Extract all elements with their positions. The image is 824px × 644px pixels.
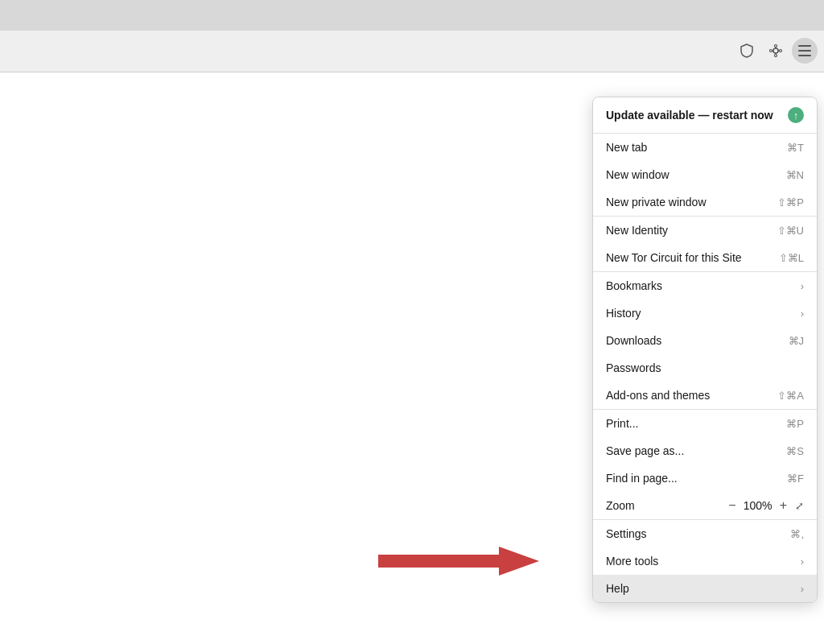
update-section: Update available — restart now ↑ <box>593 97 817 134</box>
passwords-label: Passwords <box>606 361 661 374</box>
help-label: Help <box>606 582 629 595</box>
new-tor-circuit-item[interactable]: New Tor Circuit for this Site ⇧⌘L <box>593 244 817 271</box>
save-page-item[interactable]: Save page as... ⌘S <box>593 437 817 464</box>
svg-marker-12 <box>378 547 539 576</box>
new-tab-label: New tab <box>606 141 647 154</box>
print-label: Print... <box>606 417 638 430</box>
new-window-section: New tab ⌘T New window ⌘N New private win… <box>593 134 817 217</box>
svg-rect-10 <box>798 50 811 52</box>
passwords-item[interactable]: Passwords <box>593 354 817 382</box>
new-tor-circuit-shortcut: ⇧⌘L <box>779 252 804 264</box>
print-shortcut: ⌘P <box>786 418 804 430</box>
history-chevron-icon: › <box>801 308 804 320</box>
bookmarks-item[interactable]: Bookmarks › <box>593 272 817 299</box>
svg-rect-9 <box>798 45 811 47</box>
help-item[interactable]: Help › <box>593 575 817 602</box>
new-private-window-shortcut: ⇧⌘P <box>777 196 804 208</box>
history-item[interactable]: History › <box>593 299 817 327</box>
addons-shortcut: ⇧⌘A <box>777 390 804 402</box>
new-tor-circuit-label: New Tor Circuit for this Site <box>606 251 742 264</box>
help-chevron-icon: › <box>801 583 804 595</box>
downloads-shortcut: ⌘J <box>789 335 805 347</box>
bookmarks-label: Bookmarks <box>606 279 662 292</box>
new-window-item[interactable]: New window ⌘N <box>593 161 817 188</box>
zoom-item: Zoom − 100% + ⤢ <box>593 492 817 519</box>
new-tab-item[interactable]: New tab ⌘T <box>593 134 817 161</box>
zoom-controls: − 100% + ⤢ <box>725 499 804 512</box>
new-identity-shortcut: ⇧⌘U <box>777 225 804 237</box>
settings-shortcut: ⌘, <box>790 528 804 540</box>
settings-section: Settings ⌘, More tools › Help › <box>593 520 817 602</box>
new-tab-shortcut: ⌘T <box>787 142 804 154</box>
find-in-page-label: Find in page... <box>606 472 678 485</box>
new-identity-item[interactable]: New Identity ⇧⌘U <box>593 217 817 244</box>
tab-bar <box>0 0 824 31</box>
zoom-out-button[interactable]: − <box>725 499 739 512</box>
settings-item[interactable]: Settings ⌘, <box>593 520 817 547</box>
circuit-button[interactable] <box>763 38 789 64</box>
browser-chrome <box>0 0 824 72</box>
save-page-label: Save page as... <box>606 444 684 457</box>
update-icon: ↑ <box>788 107 804 123</box>
svg-point-4 <box>780 50 782 52</box>
more-tools-chevron-icon: › <box>801 555 804 568</box>
zoom-label: Zoom <box>606 499 635 512</box>
find-in-page-item[interactable]: Find in page... ⌘F <box>593 464 817 492</box>
browser-menu-dropdown: Update available — restart now ↑ New tab… <box>592 97 818 603</box>
update-banner-item[interactable]: Update available — restart now ↑ <box>593 97 817 133</box>
more-tools-item[interactable]: More tools › <box>593 547 817 575</box>
svg-point-0 <box>773 48 778 53</box>
shield-button[interactable] <box>734 38 760 64</box>
addons-item[interactable]: Add-ons and themes ⇧⌘A <box>593 382 817 409</box>
zoom-in-button[interactable]: + <box>777 499 790 512</box>
new-window-label: New window <box>606 168 670 181</box>
zoom-expand-icon[interactable]: ⤢ <box>795 500 804 512</box>
addons-label: Add-ons and themes <box>606 389 710 402</box>
new-private-window-item[interactable]: New private window ⇧⌘P <box>593 188 817 216</box>
toolbar <box>0 31 824 72</box>
page-content: Update available — restart now ↑ New tab… <box>0 72 824 644</box>
new-window-shortcut: ⌘N <box>786 169 804 181</box>
downloads-item[interactable]: Downloads ⌘J <box>593 327 817 354</box>
hamburger-menu-button[interactable] <box>792 38 818 64</box>
save-page-shortcut: ⌘S <box>786 445 804 457</box>
svg-point-1 <box>775 45 777 47</box>
tor-section: New Identity ⇧⌘U New Tor Circuit for thi… <box>593 217 817 272</box>
settings-label: Settings <box>606 527 647 540</box>
library-section: Bookmarks › History › Downloads ⌘J Passw… <box>593 272 817 410</box>
find-in-page-shortcut: ⌘F <box>787 473 804 485</box>
zoom-value-display: 100% <box>743 499 773 512</box>
update-banner-label: Update available — restart now <box>606 109 773 122</box>
svg-point-3 <box>770 50 772 52</box>
downloads-label: Downloads <box>606 334 661 347</box>
svg-point-2 <box>775 55 777 57</box>
print-item[interactable]: Print... ⌘P <box>593 410 817 437</box>
new-private-window-label: New private window <box>606 196 707 208</box>
more-tools-label: More tools <box>606 555 658 568</box>
new-identity-label: New Identity <box>606 224 668 237</box>
bookmarks-chevron-icon: › <box>801 280 804 292</box>
page-tools-section: Print... ⌘P Save page as... ⌘S Find in p… <box>593 410 817 520</box>
pointer-arrow <box>378 545 539 577</box>
history-label: History <box>606 307 641 320</box>
svg-rect-11 <box>798 55 811 56</box>
